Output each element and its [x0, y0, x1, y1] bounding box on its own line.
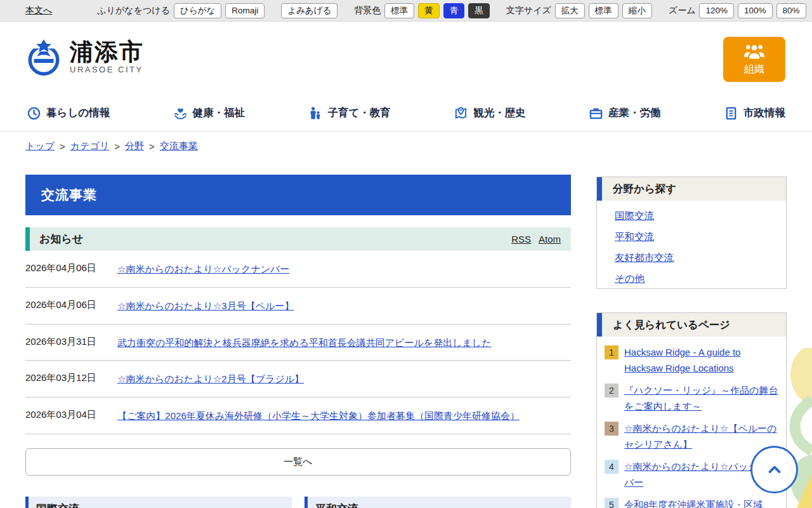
zoom-label: ズーム: [669, 5, 696, 17]
rank-badge: 2: [605, 384, 619, 398]
clock-icon: [27, 106, 41, 121]
news-item: 2026年03月12日 ☆南米からのおたより☆2月号【ブラジル】: [25, 361, 571, 398]
breadcrumb-separator: >: [149, 141, 155, 152]
nav-item-living-info[interactable]: 暮らしの情報: [27, 106, 110, 121]
font-larger-button[interactable]: 拡大: [555, 3, 585, 18]
sidebar-link-international-exchange[interactable]: 国際交流: [615, 210, 780, 223]
popular-page-link[interactable]: 『ハクソー・リッジ』～作品の舞台をご案内します～: [624, 382, 778, 414]
chevron-up-icon: [765, 460, 784, 479]
map-pin-icon: [454, 106, 468, 121]
feed-links: RSS Atom: [511, 234, 561, 244]
nav-item-childcare-education[interactable]: 子育て・教育: [308, 106, 390, 121]
zoom-120-button[interactable]: 120%: [699, 3, 734, 18]
breadcrumb-link-field[interactable]: 分野: [125, 140, 144, 152]
news-item: 2026年04月06日 ☆南米からのおたより☆3月号【ペルー】: [25, 288, 571, 324]
popular-page-link[interactable]: 令和8年度在沖縄米軍施設・区域: [624, 497, 763, 508]
font-size-group: 文字サイズ 拡大 標準 縮小: [506, 3, 652, 18]
news-item: 2026年03月04日 【ご案内】2026年夏休み海外研修（小学生～大学生対象）…: [25, 398, 571, 434]
news-date: 2026年03月04日: [25, 409, 117, 421]
romaji-button[interactable]: Romaji: [225, 3, 265, 18]
briefcase-icon: [589, 106, 603, 121]
news-date: 2026年04月06日: [25, 262, 117, 274]
background-color-group: 背景色 標準 黄 青 黒: [354, 3, 490, 18]
organization-button-label: 組織: [744, 63, 764, 76]
hiragana-button[interactable]: ひらがな: [174, 3, 221, 18]
sidebar-link-other[interactable]: その他: [615, 272, 780, 286]
news-list-all-button[interactable]: 一覧へ: [25, 448, 571, 476]
bg-yellow-button[interactable]: 黄: [418, 3, 440, 18]
category-section-row: 国際交流 平和交流: [25, 497, 571, 508]
sidebar-link-friendship-city-exchange[interactable]: 友好都市交流: [615, 251, 780, 265]
zoom-100-button[interactable]: 100%: [738, 3, 773, 18]
organization-button[interactable]: 組織: [723, 37, 785, 82]
document-icon: [724, 106, 738, 121]
zoom-group: ズーム 120% 100% 80%: [669, 3, 806, 18]
nav-label: 健康・福祉: [193, 106, 246, 120]
popular-page-link[interactable]: ☆南米からのおたより☆【ペルーのセシリアさん】: [624, 420, 778, 452]
category-heading-peace: 平和交流: [304, 497, 571, 508]
news-list: 2026年04月06日 ☆南米からのおたより☆バックナンバー 2026年04月0…: [25, 251, 571, 434]
sidebar-box-heading: 分野から探す: [597, 177, 786, 201]
people-group-icon: [743, 43, 765, 62]
background-color-label: 背景色: [354, 5, 381, 17]
news-date: 2026年03月31日: [25, 336, 117, 348]
bg-standard-button[interactable]: 標準: [384, 3, 414, 18]
bg-blue-button[interactable]: 青: [443, 3, 465, 18]
nav-label: 市政情報: [743, 106, 785, 120]
nav-label: 暮らしの情報: [46, 106, 110, 120]
rss-link[interactable]: RSS: [511, 234, 531, 244]
site-logo[interactable]: 浦添市 URASOE CITY: [25, 38, 144, 76]
news-link[interactable]: 武力衝突の平和的解決と核兵器廃絶を求める平和首長会議共同アピールを発出しました: [117, 336, 492, 350]
sidebar-field-links: 国際交流 平和交流 友好都市交流 その他: [597, 201, 786, 286]
furigana-label: ふりがなをつける: [97, 5, 170, 17]
news-link[interactable]: ☆南米からのおたより☆2月号【ブラジル】: [117, 372, 304, 386]
news-link[interactable]: ☆南米からのおたより☆3月号【ペルー】: [117, 299, 294, 313]
furigana-group: ふりがなをつける ひらがな Romaji: [97, 3, 265, 18]
news-item: 2026年03月31日 武力衝突の平和的解決と核兵器廃絶を求める平和首長会議共同…: [25, 324, 571, 361]
rank-badge: 4: [605, 460, 619, 474]
news-link[interactable]: ☆南米からのおたより☆バックナンバー: [117, 262, 289, 276]
rank-badge: 3: [605, 422, 619, 436]
popular-page-item: 2 『ハクソー・リッジ』～作品の舞台をご案内します～: [605, 382, 778, 414]
urasoe-city-emblem-icon: [25, 38, 62, 76]
breadcrumb: トップ > カテゴリ > 分野 > 交流事業: [25, 140, 198, 152]
popular-page-item: 3 ☆南米からのおたより☆【ペルーのセシリアさん】: [605, 420, 778, 452]
city-name: 浦添市: [70, 40, 144, 65]
skip-to-content-link[interactable]: 本文へ: [25, 5, 52, 17]
font-standard-button[interactable]: 標準: [589, 3, 619, 18]
news-heading: お知らせ: [39, 232, 83, 246]
breadcrumb-separator: >: [114, 141, 120, 152]
nav-item-health-welfare[interactable]: 健康・福祉: [173, 106, 246, 121]
nav-label: 産業・労働: [608, 106, 661, 120]
popular-page-item: 1 Hacksaw Ridge - A guide to Hacksaw Rid…: [605, 344, 778, 376]
font-size-label: 文字サイズ: [506, 5, 551, 17]
rank-badge: 1: [605, 345, 619, 359]
zoom-80-button[interactable]: 80%: [776, 3, 806, 18]
news-section-header: お知らせ RSS Atom: [25, 227, 571, 251]
site-header: 浦添市 URASOE CITY 組織: [0, 22, 812, 95]
breadcrumb-link-current[interactable]: 交流事業: [160, 140, 198, 152]
read-aloud-button[interactable]: よみあげる: [281, 3, 337, 18]
nav-label: 子育て・教育: [327, 106, 390, 120]
heart-hands-icon: [173, 106, 188, 121]
nav-label: 観光・歴史: [473, 106, 526, 120]
news-link[interactable]: 【ご案内】2026年夏休み海外研修（小学生～大学生対象）参加者募集（国際青少年研…: [117, 409, 520, 423]
logo-text: 浦添市 URASOE CITY: [70, 40, 144, 75]
parent-child-icon: [308, 106, 322, 121]
city-name-en: URASOE CITY: [70, 65, 144, 74]
page-title: 交流事業: [25, 175, 571, 215]
sidebar-link-peace-exchange[interactable]: 平和交流: [615, 231, 780, 244]
bg-black-button[interactable]: 黒: [468, 3, 490, 18]
sidebar-search-by-field: 分野から探す 国際交流 平和交流 友好都市交流 その他: [596, 177, 787, 289]
breadcrumb-link-category[interactable]: カテゴリ: [70, 140, 109, 152]
atom-link[interactable]: Atom: [539, 234, 561, 244]
nav-item-industry-labor[interactable]: 産業・労働: [589, 106, 661, 121]
scroll-to-top-button[interactable]: [750, 446, 798, 493]
popular-page-link[interactable]: Hacksaw Ridge - A guide to Hacksaw Ridge…: [624, 344, 778, 376]
nav-item-city-government[interactable]: 市政情報: [724, 106, 785, 121]
font-smaller-button[interactable]: 縮小: [622, 3, 652, 18]
breadcrumb-link-top[interactable]: トップ: [25, 140, 55, 152]
main-content: 交流事業 お知らせ RSS Atom 2026年04月06日 ☆南米からのおたよ…: [25, 175, 571, 508]
nav-item-tourism-history[interactable]: 観光・歴史: [454, 106, 526, 121]
news-item: 2026年04月06日 ☆南米からのおたより☆バックナンバー: [25, 251, 571, 288]
